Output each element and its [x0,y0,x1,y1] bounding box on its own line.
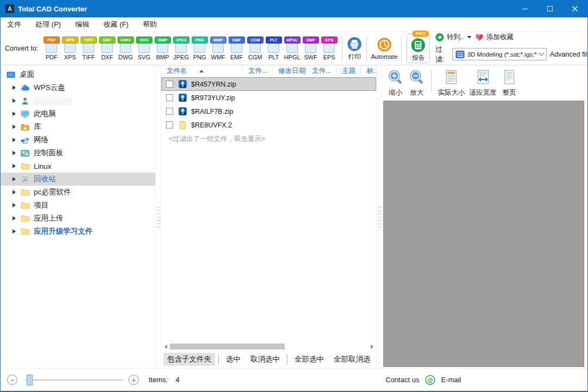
close-button[interactable] [562,0,587,17]
file-row-2[interactable]: ZIP $RAILF7B.zip [161,105,376,118]
maximize-button[interactable] [537,0,562,17]
action-button-1[interactable]: 选中 [222,353,244,366]
convert-to-cgm-button[interactable]: CGM CGM [246,36,264,60]
column-header-3[interactable]: 文件... [307,67,336,76]
add-favorite-button[interactable]: 添加收藏 [475,33,513,42]
convert-to-svg-button[interactable]: SVG SVG [135,36,153,60]
whole-page-icon [501,69,518,87]
file-row-0[interactable]: ZIP $R457YRN.zip [161,77,376,91]
sidebar-item-2[interactable] [1,94,155,107]
app-window: Total CAD Converter 文件处理 (P)编辑收藏 (F)帮助 C… [0,0,588,392]
thumbnail-zoom-out-button[interactable] [7,375,17,385]
expand-arrow-icon[interactable] [13,229,16,234]
row-checkbox[interactable] [166,108,173,115]
sidebar-item-3[interactable]: 此电脑 [1,107,155,120]
expand-arrow-icon[interactable] [13,85,16,90]
automate-button[interactable]: Automate [371,36,397,60]
sidebar-item-11[interactable]: 应用上传 [1,212,155,225]
convert-to-dxf-button[interactable]: DXF DXF [98,36,116,60]
sidebar-item-6[interactable]: 控制面板 [1,146,155,160]
convert-to-wmf-button[interactable]: WMF WMF [209,36,227,60]
filter-dropdown[interactable]: CGM 3D Modeling (*.sat;*.igs;* [452,48,547,60]
filter-type-icon: CGM [456,51,464,58]
column-header-0[interactable]: 文件名 [161,67,243,76]
expand-arrow-icon[interactable] [13,164,16,168]
column-header-4[interactable]: 主题 [336,67,361,76]
file-file-icon [178,120,187,130]
convert-to-png-button[interactable]: PNG PNG [191,36,209,60]
sidebar-item-4[interactable]: 库 [1,120,155,133]
tiff-file-icon: TIFF [81,36,97,54]
expand-arrow-icon[interactable] [13,138,16,142]
convert-to-pdf-button[interactable]: PDF PDF [42,36,60,60]
convert-to-emf-button[interactable]: EMF EMF [228,36,246,60]
left-splitter[interactable] [155,65,161,368]
row-checkbox[interactable] [166,94,173,101]
report-button[interactable]: PRO 报告 [407,34,430,63]
action-button-2[interactable]: 取消选中 [247,353,284,366]
sidebar-item-8[interactable]: 回收站 [1,173,155,186]
slider-thumb[interactable] [27,375,33,385]
sidebar-item-12[interactable]: 应用升级学习文件 [1,225,155,238]
convert-to-tiff-button[interactable]: TIFF TIFF [79,36,97,60]
email-link[interactable]: E-mail [441,376,461,384]
preview-tool-fit-width[interactable]: 适应宽度 [468,69,498,97]
convert-to-swf-button[interactable]: SWF SWF [302,36,320,60]
action-button-0[interactable]: 包含子文件夹 [163,353,215,366]
menu-item-0[interactable]: 文件 [7,20,21,29]
zip-file-icon: ZIP [178,107,187,116]
horizontal-scrollbar[interactable] [161,342,376,351]
minimize-button[interactable] [512,0,537,17]
preview-tool-whole-page[interactable]: 整页 [499,69,519,97]
sidebar-item-5[interactable]: 网络 [1,133,155,146]
scroll-right-button[interactable] [369,344,375,350]
menu-item-1[interactable]: 处理 (P) [35,20,61,29]
column-header-2[interactable]: 修改日期 [273,67,307,76]
contact-us-link[interactable]: Contact us [385,376,419,384]
expand-arrow-icon[interactable] [13,125,16,129]
column-header-1[interactable]: 文件... [243,67,273,76]
expand-arrow-icon[interactable] [13,203,16,207]
sidebar-item-10[interactable]: 项目 [1,199,155,212]
thumbnail-zoom-in-button[interactable] [128,375,139,385]
expand-arrow-icon[interactable] [13,216,16,220]
convert-to-bmp-button[interactable]: BMP BMP [154,36,171,60]
sidebar-item-7[interactable]: Linux [1,160,155,173]
print-button[interactable]: 打印 [346,36,363,61]
convert-to-hpgl-button[interactable]: HPGL HPGL [283,36,301,60]
preview-tool-zoom-plus[interactable]: 缩小 [385,69,406,97]
expand-arrow-icon[interactable] [13,190,16,194]
convert-to-eps-button[interactable]: EPS EPS [320,36,338,60]
expand-arrow-icon[interactable] [13,177,16,181]
file-row-1[interactable]: ZIP $R973YUY.zip [161,91,376,105]
scrollbar-track[interactable] [170,344,367,350]
convert-to-xps-button[interactable]: XPS XPS [61,36,79,60]
menu-item-4[interactable]: 帮助 [143,20,157,29]
scroll-left-button[interactable] [162,344,169,350]
sidebar-item-0[interactable]: 桌面 [1,68,155,81]
menu-item-3[interactable]: 收藏 (F) [103,20,128,29]
row-checkbox[interactable] [166,81,173,88]
convert-to-dwg-button[interactable]: DWG DWG [117,36,134,60]
action-button-4[interactable]: 全部取消选 [330,353,375,366]
expand-arrow-icon[interactable] [13,112,16,116]
row-checkbox[interactable] [166,121,173,128]
scrollbar-thumb[interactable] [170,344,285,350]
action-button-3[interactable]: 全部选中 [291,353,328,366]
convert-to-jpeg-button[interactable]: JPEG JPEG [172,36,190,60]
sidebar-item-1[interactable]: WPS云盘 [1,81,155,94]
slider-track [25,379,123,381]
menu-item-2[interactable]: 编辑 [75,20,89,29]
expand-arrow-icon[interactable] [13,99,16,103]
preview-tool-actual-size[interactable]: 实际大小 [436,69,467,97]
column-header-5[interactable]: 标... [361,67,376,76]
right-splitter[interactable] [376,65,382,368]
sidebar-item-9[interactable]: pc必需软件 [1,186,155,199]
expand-arrow-icon[interactable] [13,151,16,155]
preview-tool-zoom-minus[interactable]: 放大 [407,69,427,97]
go-to-button[interactable]: 转到.. [435,33,471,42]
file-row-3[interactable]: $RE8UVFX.2 [161,118,376,132]
advanced-filter-link[interactable]: Advanced filter [550,51,588,58]
convert-to-plt-button[interactable]: PLT PLT [265,36,283,60]
thumbnail-size-slider[interactable] [25,375,123,385]
